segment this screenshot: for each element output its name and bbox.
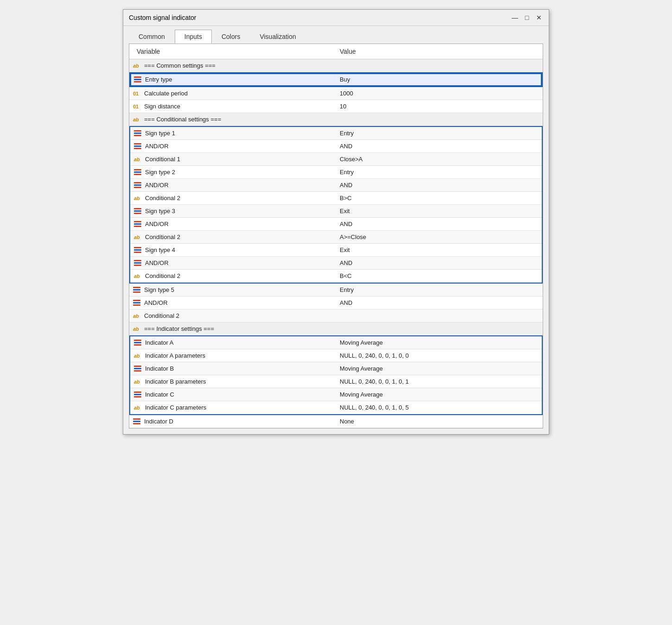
variable-cell: Indicator B xyxy=(130,364,336,373)
ab-icon: ab xyxy=(134,234,142,240)
table-row[interactable]: Sign type 2Entry xyxy=(130,166,542,179)
lines-icon xyxy=(134,366,142,372)
tab-bar: CommonInputsColorsVisualization xyxy=(123,26,549,44)
value-cell: B<C xyxy=(336,271,542,281)
close-button[interactable]: ✕ xyxy=(535,13,543,22)
table-row[interactable]: Sign type 4Exit xyxy=(130,244,542,257)
variable-cell: AND/OR xyxy=(129,298,336,308)
table-row[interactable]: AND/ORAND xyxy=(130,140,542,153)
variable-cell: abConditional 2 xyxy=(130,271,336,281)
table-row[interactable]: abIndicator B parametersNULL, 0, 240, 0,… xyxy=(130,375,542,388)
variable-label: Conditional 2 xyxy=(145,234,180,240)
group-conditional: Sign type 1EntryAND/ORANDabConditional 1… xyxy=(129,126,543,284)
maximize-button[interactable]: □ xyxy=(523,13,531,22)
ab-icon: ab xyxy=(133,63,141,69)
variable-label: Sign type 4 xyxy=(145,246,175,253)
lines-icon xyxy=(134,391,142,398)
table-row[interactable]: Indicator AMoving Average xyxy=(130,336,542,349)
variable-cell: AND/OR xyxy=(130,180,336,190)
value-cell: AND xyxy=(336,219,542,229)
tab-common[interactable]: Common xyxy=(129,30,175,44)
value-cell: 1000 xyxy=(336,88,543,98)
variable-cell: abConditional 2 xyxy=(129,311,336,321)
lines-icon xyxy=(134,182,142,188)
ab-icon: ab xyxy=(133,313,141,319)
table-row[interactable]: Sign type 3Exit xyxy=(130,205,542,218)
variable-cell: Sign type 3 xyxy=(130,206,336,216)
value-cell: Moving Average xyxy=(336,364,542,373)
minimize-button[interactable]: — xyxy=(511,13,519,22)
table-row[interactable]: abConditional 2B<C xyxy=(130,270,542,283)
variable-cell: ab=== Common settings === xyxy=(129,61,336,70)
table-row[interactable]: Sign type 5Entry xyxy=(129,284,543,297)
main-window: Custom signal indicator — □ ✕ CommonInpu… xyxy=(123,9,549,435)
value-cell: None xyxy=(336,417,543,426)
tab-inputs[interactable]: Inputs xyxy=(175,30,212,44)
lines-icon xyxy=(134,143,142,149)
table-row[interactable]: abConditional 2B>C xyxy=(130,192,542,205)
variable-cell: 01Sign distance xyxy=(129,101,336,111)
value-cell: 10 xyxy=(336,101,543,111)
variable-label: Conditional 2 xyxy=(144,312,179,319)
lines-icon xyxy=(134,340,142,346)
variable-cell: abConditional 2 xyxy=(130,232,336,242)
lines-icon xyxy=(133,287,141,293)
ab-icon: ab xyxy=(134,353,142,359)
01-icon: 01 xyxy=(133,91,141,96)
tab-content-inputs: Variable Value ab=== Common settings ===… xyxy=(129,44,543,429)
table-row[interactable]: abConditional 1Close>A xyxy=(130,153,542,166)
variable-cell: abIndicator C parameters xyxy=(130,403,336,412)
value-cell: AND xyxy=(336,180,542,190)
table-header: Variable Value xyxy=(129,44,543,59)
variable-label: Entry type xyxy=(145,76,172,83)
table-row[interactable]: 01Calculate period1000 xyxy=(129,87,543,100)
01-icon: 01 xyxy=(133,104,141,109)
table-row[interactable]: Indicator DNone xyxy=(129,415,543,428)
table-row[interactable]: AND/ORAND xyxy=(130,179,542,192)
variable-label: Sign type 3 xyxy=(145,208,175,215)
value-cell: A>=Close xyxy=(336,232,542,242)
variable-cell: abIndicator A parameters xyxy=(130,351,336,360)
tab-visualization[interactable]: Visualization xyxy=(250,30,305,44)
table-row[interactable]: AND/ORAND xyxy=(130,218,542,231)
ab-icon: ab xyxy=(134,196,142,201)
table-row[interactable]: Entry typeBuy xyxy=(130,73,542,86)
variable-label: === Conditional settings === xyxy=(144,116,221,123)
value-cell: NULL, 0, 240, 0, 0, 1, 0, 0 xyxy=(336,351,542,360)
value-cell: Entry xyxy=(336,285,543,295)
table-row[interactable]: Indicator BMoving Average xyxy=(130,362,542,375)
value-cell: Moving Average xyxy=(336,390,542,399)
variable-cell: AND/OR xyxy=(130,219,336,229)
table-body: ab=== Common settings ===Entry typeBuy01… xyxy=(129,59,543,428)
value-cell: Exit xyxy=(336,245,542,255)
table-row[interactable]: AND/ORAND xyxy=(129,297,543,309)
value-cell: Close>A xyxy=(336,154,542,164)
variable-label: Indicator A xyxy=(145,339,173,346)
value-cell: Entry xyxy=(336,167,542,177)
variable-label: Conditional 1 xyxy=(145,156,180,163)
lines-icon xyxy=(134,76,142,82)
ab-icon: ab xyxy=(134,273,142,279)
tab-colors[interactable]: Colors xyxy=(212,30,250,44)
table-row[interactable]: abIndicator C parametersNULL, 0, 240, 0,… xyxy=(130,401,542,414)
table-row[interactable]: abConditional 2 xyxy=(129,309,543,322)
variable-label: Indicator B parameters xyxy=(145,378,206,385)
table-row[interactable]: 01Sign distance10 xyxy=(129,100,543,113)
variable-cell: AND/OR xyxy=(130,141,336,151)
table-row[interactable]: abConditional 2A>=Close xyxy=(130,231,542,244)
variable-cell: Indicator A xyxy=(130,338,336,347)
table-row: ab=== Common settings === xyxy=(129,59,543,72)
table-row[interactable]: abIndicator A parametersNULL, 0, 240, 0,… xyxy=(130,349,542,362)
value-cell: Entry xyxy=(336,128,542,138)
variable-cell: abIndicator B parameters xyxy=(130,377,336,386)
table-row[interactable]: Sign type 1Entry xyxy=(130,127,542,140)
variable-cell: Sign type 4 xyxy=(130,245,336,255)
window-title: Custom signal indicator xyxy=(129,14,197,21)
table-row[interactable]: Indicator CMoving Average xyxy=(130,388,542,401)
variable-cell: 01Calculate period xyxy=(129,88,336,98)
table-row[interactable]: AND/ORAND xyxy=(130,257,542,270)
ab-icon: ab xyxy=(133,117,141,122)
variable-cell: AND/OR xyxy=(130,258,336,268)
variable-label: Indicator C xyxy=(145,391,174,398)
variable-label: Indicator D xyxy=(144,418,173,425)
